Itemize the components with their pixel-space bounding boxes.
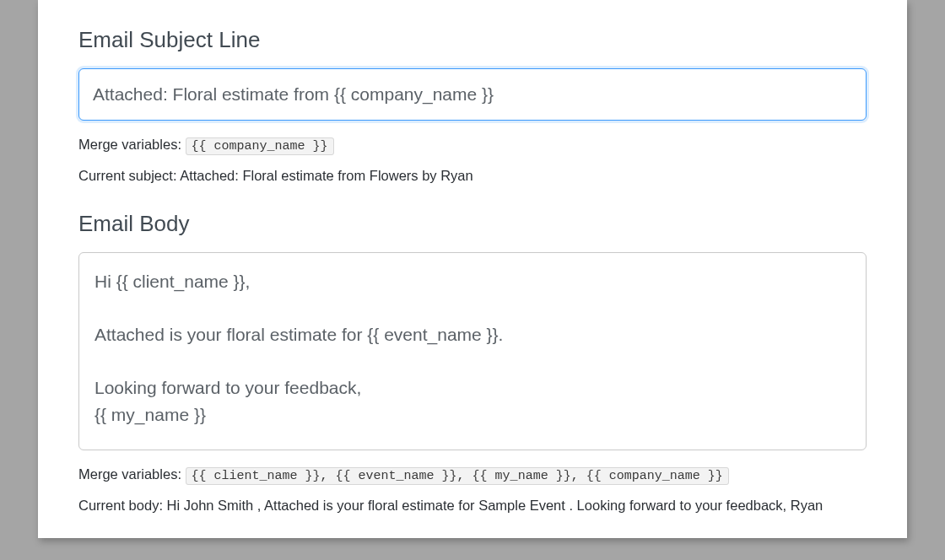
- body-textarea[interactable]: Hi {{ client_name }}, Attached is your f…: [78, 252, 867, 450]
- subject-heading: Email Subject Line: [78, 27, 867, 53]
- body-merge-row: Merge variables: {{ client_name }}, {{ e…: [78, 464, 867, 487]
- subject-input[interactable]: [78, 68, 867, 121]
- body-current-label: Current body:: [78, 498, 167, 513]
- email-template-panel: Email Subject Line Merge variables: {{ c…: [38, 0, 907, 538]
- subject-current-label: Current subject:: [78, 168, 180, 183]
- body-merge-variables: {{ client_name }}, {{ event_name }}, {{ …: [186, 467, 729, 485]
- subject-merge-variables: {{ company_name }}: [186, 137, 334, 155]
- subject-current-row: Current subject: Attached: Floral estima…: [78, 165, 867, 186]
- body-current-value: Hi John Smith , Attached is your floral …: [167, 498, 824, 513]
- body-current-row: Current body: Hi John Smith , Attached i…: [78, 495, 867, 516]
- subject-merge-row: Merge variables: {{ company_name }}: [78, 134, 867, 157]
- subject-current-value: Attached: Floral estimate from Flowers b…: [180, 168, 473, 183]
- body-merge-label: Merge variables:: [78, 466, 186, 482]
- subject-merge-label: Merge variables:: [78, 137, 186, 152]
- body-heading: Email Body: [78, 211, 867, 237]
